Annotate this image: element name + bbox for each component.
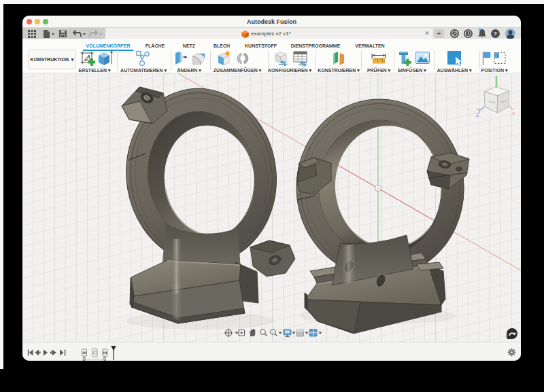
svg-text:X: X bbox=[512, 111, 515, 116]
svg-text:Z: Z bbox=[476, 113, 479, 118]
